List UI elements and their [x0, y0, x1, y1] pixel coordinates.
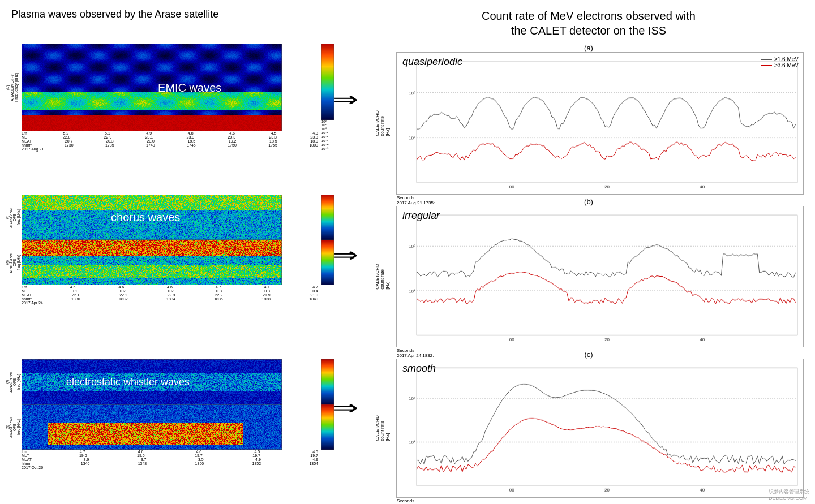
chart-b-type: irregular — [402, 210, 440, 222]
legend-item-1: >1.6 MeV — [761, 56, 799, 62]
chorus-colorbar-top — [321, 195, 334, 240]
chart-a-label: (a) — [368, 44, 809, 52]
chart-a-type: quasiperiodic — [402, 56, 462, 68]
arrow-b: ⇒ — [333, 243, 358, 267]
legend-line-gray — [761, 59, 772, 60]
chart-a-xlabel: Seconds2017 Aug 21 1735: — [397, 195, 435, 205]
emic-xaxis-lm: Lm5.25.14.94.84.64.54.3 — [22, 131, 318, 135]
arrow-c: ⇒ — [333, 396, 358, 420]
chart-a-ylabel: CALET/CHDcount rate[Hz] — [375, 110, 390, 136]
whistler-bottom-row: (g)ARASE/PWEOFBfreq [kHz] — [6, 404, 334, 450]
chart-c-xlabel: Seconds2017 Oct 26 1350: — [397, 498, 434, 504]
emic-spectrogram-row: (b)ARASE/MGF-YFrequency [kHz] EMIC waves… — [6, 44, 334, 131]
emic-section: (b)ARASE/MGF-YFrequency [kHz] EMIC waves… — [6, 29, 368, 166]
emic-xaxis-date: 2017 Aug 21 — [22, 147, 318, 151]
chorus-top-canvas-wrap: chorus waves — [22, 195, 320, 240]
emic-xaxis-hhmm: hhmm1730173517401745175017551800 — [22, 143, 318, 147]
whistler-y-label-bottom: (g)ARASE/PWEOFBfreq [kHz] — [6, 404, 22, 450]
emic-colorbar-labels: 10² 10¹ 10⁰ 10⁻¹ 10⁻² 10⁻³ 10⁻⁴ 10⁻⁵ — [321, 120, 334, 150]
emic-xaxis-mlat: MLAT20.720.320.019.519.218.518.0 — [22, 139, 318, 143]
chart-a-inner: quasiperiodic >1.6 MeV >3.6 MeV CALET/CH… — [396, 52, 804, 195]
chart-b-section: (b) irregular CALET/CHDcount rate[Hz] Se… — [368, 197, 809, 347]
whistler-section: (f)ARASE/PWEOFBfreq [kHz] electrostatic … — [6, 334, 368, 496]
right-panel-title: Count rate of MeV electrons observed wit… — [368, 8, 809, 38]
chart-c-ylabel: CALET/CHDcount rate[Hz] — [375, 415, 390, 441]
legend-item-2: >3.6 MeV — [761, 62, 799, 68]
right-panel: Count rate of MeV electrons observed wit… — [368, 8, 809, 496]
emic-spec-group: (b)ARASE/MGF-YFrequency [kHz] EMIC waves… — [6, 44, 334, 151]
emic-y-label: (b)ARASE/MGF-YFrequency [kHz] — [6, 44, 22, 131]
chart-b-canvas — [397, 206, 803, 347]
chorus-y-label-top: (f)ARASE/PWEOFBfreq [kHz] — [6, 195, 22, 240]
chorus-spec-group: (f)ARASE/PWEOFBfreq [kHz] chorus waves (… — [6, 195, 334, 305]
whistler-bottom-canvas-wrap — [22, 404, 320, 450]
whistler-y-label-top: (f)ARASE/PWEOFBfreq [kHz] — [6, 359, 22, 404]
chart-b-inner: irregular CALET/CHDcount rate[Hz] Second… — [396, 206, 804, 347]
chart-c-section: (c) smooth CALET/CHDcount rate[Hz] Secon… — [368, 350, 809, 498]
emic-canvas — [22, 44, 282, 131]
whistler-spec-group: (f)ARASE/PWEOFBfreq [kHz] electrostatic … — [6, 359, 334, 469]
chorus-xaxis: Lm4.64.64.64.74.74.7 MLT0.10.20.20.30.30… — [22, 285, 318, 305]
whistler-bottom-canvas — [22, 404, 282, 450]
page-container: Plasma waves observed by the Arase satel… — [0, 0, 815, 504]
chart-c-type: smooth — [402, 363, 436, 374]
chart-a-canvas — [397, 53, 803, 194]
chorus-bottom-canvas-wrap — [22, 240, 320, 285]
chart-b-ylabel: CALET/CHDcount rate[Hz] — [375, 264, 390, 289]
chart-c-canvas — [397, 359, 803, 497]
legend-label-2: >3.6 MeV — [774, 62, 799, 68]
legend-label-1: >1.6 MeV — [774, 56, 799, 62]
chorus-bottom-row: (g)ARASE/PWEOFBfreq [kHz] — [6, 240, 334, 285]
whistler-xaxis: Lm4.74.64.64.54.5 MLT19.619.619.719.719.… — [22, 450, 318, 469]
chart-b-xlabel: Seconds2017 Apr 24 1832: — [397, 348, 434, 358]
footer-watermark: 织梦内容管理系统DEDECMS.COM — [769, 488, 809, 501]
chart-c-label: (c) — [368, 350, 809, 359]
chorus-bottom-canvas — [22, 240, 282, 285]
chart-a-section: (a) quasiperiodic >1.6 MeV >3.6 MeV CALE… — [368, 44, 809, 195]
arrow-a: ⇒ — [333, 88, 358, 111]
chart-c-inner: smooth CALET/CHDcount rate[Hz] Seconds20… — [396, 359, 804, 498]
emic-canvas-wrap: EMIC waves — [22, 44, 320, 131]
chorus-section: (f)ARASE/PWEOFBfreq [kHz] chorus waves (… — [6, 169, 368, 330]
legend-line-red — [761, 65, 772, 66]
emic-xaxis-mlt: MLT22.822.923.123.323.323.323.3 — [22, 135, 318, 139]
chorus-colorbar-top-canvas — [321, 195, 334, 240]
whistler-label: electrostatic whistler waves — [66, 376, 190, 388]
chorus-y-label-bottom: (g)ARASE/PWEOFBfreq [kHz] — [6, 240, 22, 285]
emic-xaxis: Lm5.25.14.94.84.64.54.3 MLT22.822.923.12… — [22, 131, 318, 151]
left-panel: Plasma waves observed by the Arase satel… — [6, 8, 368, 496]
whistler-top-row: (f)ARASE/PWEOFBfreq [kHz] electrostatic … — [6, 359, 334, 404]
left-panel-title: Plasma waves observed by the Arase satel… — [11, 8, 368, 20]
chorus-top-row: (f)ARASE/PWEOFBfreq [kHz] chorus waves — [6, 195, 334, 240]
chorus-label: chorus waves — [111, 210, 180, 223]
chart-a-legend: >1.6 MeV >3.6 MeV — [761, 56, 799, 68]
whistler-top-canvas-wrap: electrostatic whistler waves — [22, 359, 320, 404]
